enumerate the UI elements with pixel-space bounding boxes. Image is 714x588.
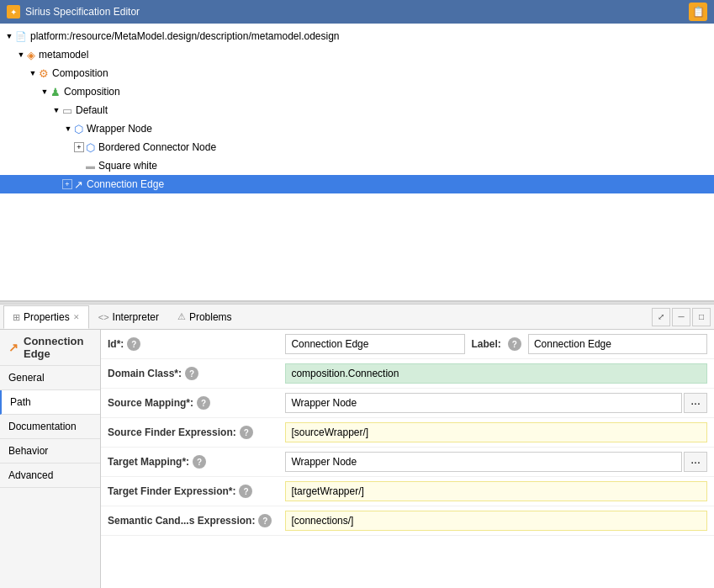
domain-class-input[interactable] <box>285 363 707 384</box>
minimize-button[interactable]: ─ <box>672 308 690 326</box>
tree-item-root[interactable]: ▼ 📄 platform:/resource/MetaModel.design/… <box>0 27 714 45</box>
connedge-icon: ↗ <box>74 178 83 191</box>
metamodel-label: metamodel <box>39 49 88 61</box>
tab-properties[interactable]: ⊞ Properties ✕ <box>3 305 89 329</box>
toggle-bordered[interactable]: + <box>74 142 84 152</box>
sidebar-nav-path[interactable]: Path <box>0 390 100 415</box>
tab-actions: ⤢ ─ □ <box>652 308 711 326</box>
maximize-button[interactable]: □ <box>692 308 711 326</box>
source-mapping-input[interactable] <box>285 393 682 413</box>
source-mapping-help-icon[interactable]: ? <box>197 396 210 410</box>
tab-properties-label: Properties <box>24 311 70 323</box>
target-mapping-label: Target Mapping*: <box>108 456 189 468</box>
default-label: Default <box>76 104 108 116</box>
section-title-text: Connection Edge <box>24 335 92 360</box>
root-label: platform:/resource/MetaModel.design/desc… <box>30 30 340 42</box>
domain-class-value-cell <box>278 359 714 389</box>
source-mapping-label: Source Mapping*: <box>108 397 193 409</box>
tree-item-composition1[interactable]: ▼ ⚙ Composition <box>0 64 714 82</box>
tree-content: ▼ 📄 platform:/resource/MetaModel.design/… <box>0 24 714 197</box>
wrapper-label: Wrapper Node <box>87 123 152 135</box>
properties-sidebar: ↗ Connection Edge General Path Documenta… <box>0 330 101 588</box>
source-mapping-browse-button[interactable]: ··· <box>684 393 707 413</box>
sidebar-nav-advanced[interactable]: Advanced <box>0 464 100 488</box>
source-finder-help-icon[interactable]: ? <box>240 426 253 439</box>
target-mapping-help-icon[interactable]: ? <box>193 455 206 469</box>
source-finder-label: Source Finder Expression: <box>108 426 236 438</box>
tree-item-default[interactable]: ▼ ▭ Default <box>0 101 714 119</box>
properties-form-area: Id*: ? Label: ? <box>101 330 714 588</box>
composition2-icon: ♟ <box>50 86 61 98</box>
composition1-label: Composition <box>52 67 108 79</box>
bordered-icon: ⬡ <box>86 141 95 154</box>
target-finder-help-icon[interactable]: ? <box>239 485 252 498</box>
semantic-cands-row: Semantic Cand...s Expression: ? <box>101 506 714 536</box>
tab-problems[interactable]: ⚠ Problems <box>168 305 241 329</box>
source-mapping-row: Source Mapping*: ? ··· <box>101 389 714 418</box>
tab-close-x[interactable]: ✕ <box>73 313 80 321</box>
tree-item-composition2[interactable]: ▼ ♟ Composition <box>0 82 714 101</box>
toggle-wrapper[interactable]: ▼ <box>62 123 74 135</box>
sidebar-nav-general[interactable]: General <box>0 366 100 390</box>
toolbar-icon[interactable]: 📋 <box>689 3 707 21</box>
sidebar-nav-behavior[interactable]: Behavior <box>0 439 100 464</box>
target-finder-value-cell <box>278 477 714 506</box>
label-input[interactable] <box>528 334 707 354</box>
bordered-label: Bordered Connector Node <box>98 141 216 153</box>
id-help-icon[interactable]: ? <box>127 337 140 351</box>
source-finder-row: Source Finder Expression: ? <box>101 418 714 448</box>
toggle-square[interactable] <box>74 160 86 172</box>
domain-class-label: Domain Class*: <box>108 368 182 379</box>
tab-problems-label: Problems <box>189 311 232 323</box>
target-finder-input[interactable] <box>285 481 707 501</box>
source-finder-value-cell <box>278 418 714 448</box>
semantic-cands-input[interactable] <box>285 511 707 531</box>
id-label-cell: Id*: ? <box>101 330 278 359</box>
composition1-icon: ⚙ <box>39 67 49 80</box>
id-label-row: Id*: ? Label: ? <box>101 330 714 359</box>
toggle-root[interactable]: ▼ <box>3 30 15 42</box>
target-finder-label: Target Finder Expression*: <box>108 485 235 497</box>
connection-edge-section-title: ↗ Connection Edge <box>0 330 100 366</box>
title-bar: ✦ Sirius Specification Editor 📋 <box>0 0 714 24</box>
section-icon: ↗ <box>8 341 19 354</box>
tab-interpreter[interactable]: <> Interpreter <box>89 305 168 329</box>
toggle-composition1[interactable]: ▼ <box>27 67 39 79</box>
source-mapping-label-cell: Source Mapping*: ? <box>101 389 278 418</box>
properties-panel: ⊞ Properties ✕ <> Interpreter ⚠ Problems… <box>0 305 714 588</box>
label-help-icon[interactable]: ? <box>508 337 521 351</box>
square-icon: ▬ <box>86 161 95 171</box>
semantic-cands-help-icon[interactable]: ? <box>258 514 272 527</box>
toggle-connedge[interactable]: + <box>62 179 72 189</box>
problems-tab-icon: ⚠ <box>177 311 186 322</box>
composition2-label: Composition <box>64 86 120 98</box>
target-mapping-input[interactable] <box>285 452 682 472</box>
toggle-metamodel[interactable]: ▼ <box>15 49 27 61</box>
target-finder-row: Target Finder Expression*: ? <box>101 477 714 506</box>
properties-tabs-bar: ⊞ Properties ✕ <> Interpreter ⚠ Problems… <box>0 305 714 330</box>
tree-item-metamodel[interactable]: ▼ ◈ metamodel <box>0 45 714 64</box>
metamodel-icon: ◈ <box>27 49 35 61</box>
toggle-default[interactable]: ▼ <box>50 104 62 116</box>
semantic-cands-value-cell <box>278 506 714 536</box>
file-icon: 📄 <box>15 31 27 42</box>
default-icon: ▭ <box>62 104 72 117</box>
source-finder-input[interactable] <box>285 422 707 442</box>
connedge-label: Connection Edge <box>87 178 164 190</box>
sidebar-nav-documentation[interactable]: Documentation <box>0 415 100 439</box>
source-finder-label-cell: Source Finder Expression: ? <box>101 418 278 448</box>
id-input[interactable] <box>285 334 464 354</box>
toggle-composition2[interactable]: ▼ <box>39 86 50 98</box>
target-mapping-row: Target Mapping*: ? ··· <box>101 448 714 477</box>
id-value-cell: Label: ? <box>278 330 714 359</box>
tree-item-bordered[interactable]: + ⬡ Bordered Connector Node <box>0 138 714 156</box>
tree-item-wrapper[interactable]: ▼ ⬡ Wrapper Node <box>0 119 714 138</box>
target-mapping-browse-button[interactable]: ··· <box>684 452 707 472</box>
domain-class-help-icon[interactable]: ? <box>185 367 198 380</box>
new-window-button[interactable]: ⤢ <box>652 308 670 326</box>
tree-item-connection-edge[interactable]: + ↗ Connection Edge <box>0 175 714 193</box>
source-mapping-value-cell: ··· <box>278 389 714 418</box>
tree-item-square[interactable]: ▬ Square white <box>0 156 714 175</box>
tree-area: ▼ 📄 platform:/resource/MetaModel.design/… <box>0 24 714 301</box>
properties-tab-icon: ⊞ <box>13 312 20 323</box>
